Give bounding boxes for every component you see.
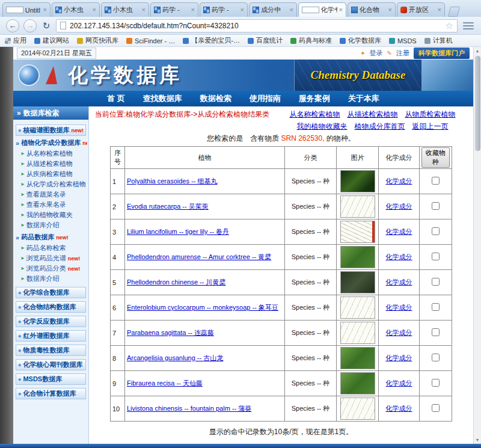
chem-component-link[interactable]: 化学成分 <box>386 177 412 185</box>
bookmark-item[interactable]: 化学数据库 <box>340 36 381 45</box>
windows-taskbar[interactable] <box>0 444 481 448</box>
chem-component-link[interactable]: 化学成分 <box>386 379 412 387</box>
nav-item[interactable]: 关于本库 <box>348 93 379 104</box>
bookmark-item[interactable]: SciFinder - … <box>126 37 175 44</box>
plant-link[interactable]: Livistona chinensis -- fountain palm -- … <box>127 405 251 412</box>
quick-link[interactable]: 植物成分库首页 <box>355 121 405 132</box>
nav-item[interactable]: 数据检索 <box>200 93 231 104</box>
vertical-scrollbar[interactable]: ▲ ▼ <box>473 47 481 444</box>
favorite-checkbox[interactable] <box>432 278 440 286</box>
sidebar-section[interactable]: ◆化合物计算数据库 <box>16 388 86 399</box>
favorite-checkbox[interactable] <box>432 253 440 260</box>
quick-link[interactable]: 我的植物收藏夹 <box>297 121 348 132</box>
browser-tab[interactable]: 小木虫× <box>52 2 100 17</box>
sidebar-link[interactable]: ➤从疾病检索植物 <box>14 169 87 179</box>
favorite-checkbox[interactable] <box>432 354 440 361</box>
tab-close-icon[interactable]: × <box>93 7 96 13</box>
chem-component-link[interactable]: 化学成分 <box>386 405 412 412</box>
tab-close-icon[interactable]: × <box>240 7 244 13</box>
favorite-checkbox[interactable] <box>432 177 440 185</box>
chem-component-link[interactable]: 化学成分 <box>386 228 412 235</box>
scrollbar-thumb[interactable] <box>475 56 480 151</box>
sidebar-section[interactable]: ◆物质毒性数据库 <box>16 345 86 356</box>
sidebar-link[interactable]: ➤从描述检索植物 <box>14 159 87 169</box>
plant-thumbnail[interactable] <box>340 271 375 293</box>
plant-link[interactable]: Lilium lancifolium -- tiger lily -- 卷丹 <box>127 228 229 235</box>
sidebar-link[interactable]: ➤我的植物收藏夹 <box>14 210 87 220</box>
sidebar-link[interactable]: ➤数据库介绍 <box>14 220 87 230</box>
plant-thumbnail[interactable] <box>340 296 375 319</box>
tab-close-icon[interactable]: × <box>388 7 392 13</box>
browser-tab[interactable]: 小木虫× <box>101 2 149 17</box>
favorite-checkbox[interactable] <box>432 202 440 210</box>
favorite-species-button[interactable]: 收藏物种 <box>421 147 450 168</box>
plant-link[interactable]: Parabaena sagittata -- 连蕊藤 <box>127 329 214 336</box>
bookmark-item[interactable]: 应用 <box>5 36 26 45</box>
browser-tab[interactable]: Untitl× <box>2 2 51 17</box>
browser-tab[interactable]: 成分中× <box>249 2 297 17</box>
bookmark-item[interactable]: 百度统计 <box>248 36 283 45</box>
chem-component-link[interactable]: 化学成分 <box>386 329 412 336</box>
sidebar-section[interactable]: ◆化学综合数据库 <box>16 287 86 298</box>
plant-link[interactable]: Evodia rutaecarpa -- 吴茱萸 <box>127 203 209 210</box>
favorite-checkbox[interactable] <box>432 227 440 235</box>
plant-link[interactable]: Fibraurea recisa -- 天仙藤 <box>127 379 203 387</box>
sidebar-link[interactable]: ➤药品名称检索 <box>14 243 87 253</box>
sidebar-link[interactable]: ➤数据库介绍 <box>14 274 87 284</box>
favorite-checkbox[interactable] <box>432 328 440 336</box>
back-button[interactable]: ← <box>6 19 19 32</box>
sidebar-section[interactable]: ◆红外谱图数据库 <box>16 330 86 342</box>
tab-close-icon[interactable]: × <box>339 7 343 13</box>
forward-button[interactable]: → <box>23 19 37 32</box>
chem-component-link[interactable]: 化学成分 <box>386 203 412 210</box>
sidebar-section[interactable]: ◆化合物结构数据库 <box>16 301 86 313</box>
browser-tab[interactable]: 药学 -× <box>150 2 198 17</box>
register-link[interactable]: 注册 <box>396 49 409 58</box>
bookmark-star-icon[interactable]: ☆ <box>446 20 453 31</box>
plant-thumbnail[interactable] <box>340 170 375 192</box>
bookmark-item[interactable]: MSDS <box>389 37 417 44</box>
plant-link[interactable]: Phellodendron chinense -- 川黄檗 <box>127 278 225 286</box>
sidebar-link[interactable]: ➤查看蔬菜名录 <box>14 189 87 200</box>
menu-icon[interactable] <box>462 20 475 31</box>
bookmark-item[interactable]: 【亲爱的宝贝-… <box>183 36 240 45</box>
bookmark-item[interactable]: 网页快讯库 <box>77 36 118 45</box>
plant-thumbnail[interactable] <box>340 246 375 268</box>
browser-tab[interactable]: 化学专× <box>298 2 346 17</box>
browser-tab[interactable]: 药学 -× <box>200 2 248 17</box>
plant-link[interactable]: Polyalthia cerasoides -- 细基丸 <box>127 177 217 185</box>
favorite-checkbox[interactable] <box>432 404 440 412</box>
sidebar-link[interactable]: ➤查看水果名录 <box>14 200 87 210</box>
quick-link[interactable]: 返回上一页 <box>412 121 449 132</box>
login-link[interactable]: 登录 <box>370 49 383 58</box>
quick-link[interactable]: 从名称检索植物 <box>290 109 340 120</box>
tab-close-icon[interactable]: × <box>290 7 293 13</box>
bookmark-item[interactable]: 计算机 <box>424 36 453 45</box>
portal-button[interactable]: 科学数据库门户 <box>414 48 470 59</box>
chem-component-link[interactable]: 化学成分 <box>386 253 412 260</box>
tab-close-icon[interactable]: × <box>191 7 195 13</box>
sidebar-section[interactable]: ◆核磁谱图数据库new! <box>16 124 86 136</box>
plant-thumbnail[interactable] <box>340 372 375 394</box>
nav-item[interactable]: 服务案例 <box>299 93 330 104</box>
tab-close-icon[interactable]: × <box>142 7 146 13</box>
sidebar-group[interactable]: »药品数据库new! <box>14 230 87 243</box>
plant-link[interactable]: Enterolobium cyclocarpum -- monkeysoap -… <box>127 304 278 311</box>
quick-link[interactable]: 从物质检索植物 <box>405 109 456 120</box>
bookmark-item[interactable]: 药典与标准 <box>290 36 332 45</box>
plant-thumbnail[interactable] <box>340 347 375 369</box>
sidebar-section[interactable]: ◆化学核心期刊数据库 <box>16 359 86 370</box>
sidebar-link[interactable]: ➤浏览药品光谱new! <box>14 253 87 263</box>
favorite-checkbox[interactable] <box>432 379 440 387</box>
new-tab-button[interactable] <box>448 7 460 17</box>
browser-tab[interactable]: 化合物× <box>348 2 396 17</box>
plant-thumbnail[interactable] <box>340 322 375 344</box>
favorite-checkbox[interactable] <box>432 303 440 311</box>
tab-close-icon[interactable]: × <box>43 7 47 13</box>
chem-component-link[interactable]: 化学成分 <box>386 354 412 361</box>
quick-link[interactable]: 从描述检索植物 <box>348 109 398 120</box>
sidebar-section[interactable]: ◆MSDS数据库 <box>16 373 86 385</box>
tab-close-icon[interactable]: × <box>438 7 441 13</box>
nav-item[interactable]: 使用指南 <box>250 93 281 104</box>
sidebar-section[interactable]: ◆化学反应数据库 <box>16 316 86 327</box>
